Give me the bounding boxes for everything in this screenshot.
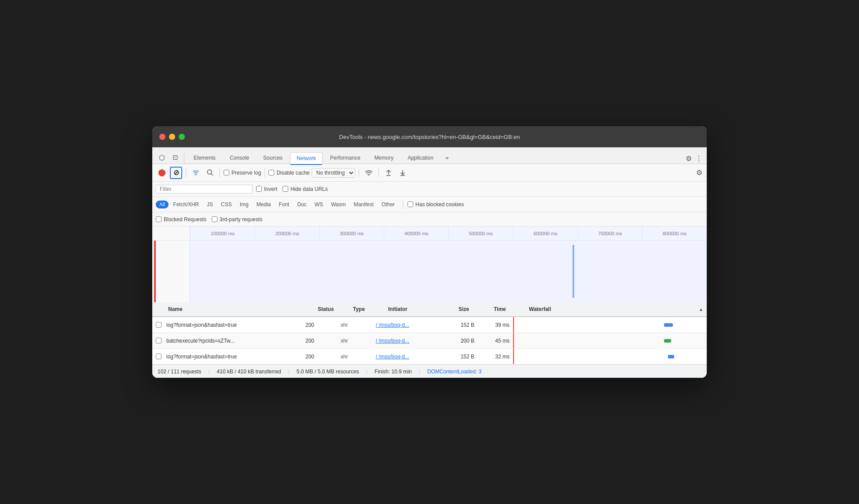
row-2-waterfall-bar — [664, 339, 671, 343]
row-3-name: log?format=json&hasfast=true — [165, 354, 302, 360]
row-3-waterfall-bar — [668, 355, 674, 358]
devtools-window: DevTools - news.google.com/topstories?hl… — [152, 126, 707, 378]
tick-5: 600000 ms — [513, 226, 578, 240]
has-blocked-cookies-checkbox[interactable] — [407, 201, 413, 207]
row-1-waterfall-bar — [664, 323, 673, 327]
dom-content-loaded[interactable]: DOMContentLoaded: 3 — [427, 369, 481, 375]
search-button[interactable] — [204, 167, 216, 179]
header-time[interactable]: Time — [490, 306, 525, 312]
tab-application[interactable]: Application — [401, 152, 440, 164]
row-1-check[interactable] — [152, 322, 165, 328]
invert-checkbox[interactable] — [256, 186, 262, 192]
table-header: Name Status Type Initiator Size Time Wat… — [152, 302, 707, 317]
throttle-select[interactable]: No throttling — [312, 168, 355, 178]
preserve-log-checkbox[interactable] — [224, 170, 229, 175]
type-btn-manifest[interactable]: Manifest — [350, 201, 377, 208]
row-2-size: 200 B — [443, 338, 478, 344]
disable-cache-label[interactable]: Disable cache — [268, 170, 309, 176]
disable-cache-checkbox[interactable] — [268, 170, 274, 175]
third-party-checkbox[interactable] — [212, 216, 217, 222]
type-btn-other[interactable]: Other — [378, 201, 398, 208]
toolbar-separator-3 — [264, 168, 265, 177]
type-btn-fetch-xhr[interactable]: Fetch/XHR — [169, 201, 202, 208]
tab-console[interactable]: Console — [223, 152, 256, 164]
header-size[interactable]: Size — [455, 306, 490, 312]
tab-performance[interactable]: Performance — [323, 152, 367, 164]
row-2-checkbox[interactable] — [156, 338, 162, 343]
toolbar-separator-5 — [378, 168, 379, 177]
filter-button[interactable] — [190, 167, 202, 179]
more-tabs-button[interactable]: » — [441, 151, 453, 164]
devtools-more-button[interactable]: ⋮ — [694, 153, 703, 164]
minimize-button[interactable] — [169, 134, 175, 140]
type-btn-doc[interactable]: Doc — [294, 201, 310, 208]
tab-elements[interactable]: Elements — [187, 152, 222, 164]
tab-network[interactable]: Network — [290, 152, 323, 164]
inspect-element-button[interactable]: ⬡ — [156, 151, 168, 164]
table-row[interactable]: log?format=json&hasfast=true 200 xhr / /… — [152, 317, 707, 333]
row-3-initiator[interactable]: / /mss/boq-d... — [372, 354, 443, 360]
row-2-name: batchexecute?rpcids=xZTw... — [165, 338, 302, 344]
type-btn-ws[interactable]: WS — [311, 201, 327, 208]
toolbar-separator-2 — [220, 168, 220, 177]
row-1-checkbox[interactable] — [156, 322, 162, 328]
third-party-label[interactable]: 3rd-party requests — [212, 216, 262, 223]
requests-count: 102 / 111 requests — [158, 369, 201, 375]
device-toggle-button[interactable]: ⊡ — [169, 151, 181, 164]
record-button[interactable] — [156, 167, 168, 179]
row-2-waterfall-red-line — [513, 333, 514, 348]
tab-divider — [184, 153, 184, 164]
header-waterfall[interactable]: Waterfall ▲ — [525, 306, 707, 312]
search-icon — [207, 169, 213, 176]
type-btn-all[interactable]: All — [156, 201, 169, 208]
tab-memory[interactable]: Memory — [368, 152, 400, 164]
type-btn-wasm[interactable]: Wasm — [327, 201, 349, 208]
download-button[interactable] — [396, 167, 409, 179]
header-initiator[interactable]: Initiator — [385, 306, 455, 312]
download-icon — [400, 170, 406, 176]
row-3-checkbox[interactable] — [156, 354, 162, 359]
row-3-check[interactable] — [152, 354, 165, 359]
invert-label[interactable]: Invert — [256, 186, 277, 192]
type-btn-js[interactable]: JS — [203, 201, 217, 208]
maximize-button[interactable] — [179, 134, 185, 140]
type-btn-media[interactable]: Media — [253, 201, 275, 208]
hide-data-urls-text: Hide data URLs — [290, 186, 328, 192]
devtools-settings-button[interactable]: ⚙ — [685, 153, 693, 164]
record-icon — [158, 169, 165, 176]
network-settings-button[interactable]: ⚙ — [695, 168, 703, 178]
header-type[interactable]: Type — [349, 306, 385, 312]
type-btn-font[interactable]: Font — [275, 201, 293, 208]
tab-bar: ⬡ ⊡ Elements Console Sources Network Per… — [152, 147, 707, 164]
upload-button[interactable] — [382, 167, 395, 179]
wifi-button[interactable] — [363, 167, 375, 179]
tab-sources[interactable]: Sources — [257, 152, 289, 164]
clear-button[interactable]: ⊘ — [170, 167, 182, 179]
row-3-size: 152 B — [443, 354, 478, 360]
close-button[interactable] — [159, 134, 165, 140]
hide-data-urls-checkbox[interactable] — [283, 186, 288, 192]
preserve-log-label[interactable]: Preserve log — [224, 170, 261, 176]
row-3-type: xhr — [337, 354, 372, 360]
has-blocked-cookies-label[interactable]: Has blocked cookies — [407, 201, 464, 208]
traffic-lights — [159, 134, 185, 140]
type-btn-css[interactable]: CSS — [217, 201, 235, 208]
tick-1: 200000 ms — [255, 226, 319, 240]
type-btn-img[interactable]: Img — [236, 201, 252, 208]
wifi-icon — [365, 170, 373, 176]
row-2-initiator[interactable]: / /mss/boq-d... — [372, 338, 443, 344]
header-name[interactable]: Name — [165, 306, 314, 312]
type-filter-divider — [403, 200, 403, 209]
blocked-requests-checkbox[interactable] — [156, 216, 162, 222]
hide-data-urls-label[interactable]: Hide data URLs — [283, 186, 328, 192]
blocked-requests-label[interactable]: Blocked Requests — [156, 216, 206, 223]
filter-input[interactable] — [156, 185, 253, 194]
row-1-status: 200 — [302, 322, 337, 328]
table-row[interactable]: log?format=json&hasfast=true 200 xhr / /… — [152, 349, 707, 365]
row-2-check[interactable] — [152, 338, 165, 343]
network-toolbar: ⊘ Preserve log Disable cache No throttli… — [152, 164, 707, 182]
header-status[interactable]: Status — [314, 306, 349, 312]
row-3-status: 200 — [302, 354, 337, 360]
table-row[interactable]: batchexecute?rpcids=xZTw... 200 xhr / /m… — [152, 333, 707, 349]
row-1-initiator[interactable]: / /mss/boq-d... — [372, 322, 443, 328]
